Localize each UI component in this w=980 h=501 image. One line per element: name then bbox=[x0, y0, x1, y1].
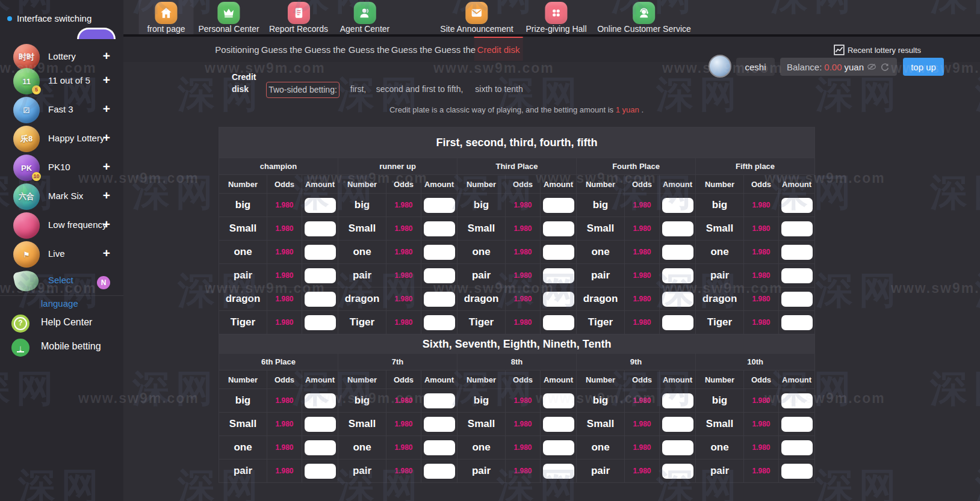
sidebar-item-11-out-of-5[interactable]: 11511 out of 5+ bbox=[0, 67, 123, 96]
bet-amount-input[interactable] bbox=[424, 417, 455, 432]
blue-dot-icon bbox=[7, 16, 12, 21]
bet-amount-input[interactable] bbox=[662, 315, 693, 330]
subtab-positioning-0[interactable]: Positioning bbox=[212, 37, 262, 61]
bet-amount-input[interactable] bbox=[662, 245, 693, 260]
bet-amount-input[interactable] bbox=[305, 417, 336, 432]
subtab-guess-the-5[interactable]: Guess the bbox=[432, 37, 479, 61]
bet-amount-input[interactable] bbox=[424, 315, 455, 330]
bet-amount-input[interactable] bbox=[424, 393, 455, 408]
nav-item-online-customer-service[interactable]: Online Customer Service bbox=[589, 0, 699, 34]
bet-amount-input[interactable] bbox=[543, 245, 574, 260]
subtab-guess-the-1[interactable]: Guess the bbox=[258, 37, 305, 61]
nav-item-personal-center[interactable]: Personal Center bbox=[190, 0, 267, 34]
bet-amount-input[interactable] bbox=[543, 393, 574, 408]
odds-cell: 1.980 bbox=[744, 287, 779, 311]
expand-plus-button[interactable]: + bbox=[103, 160, 110, 173]
bet-amount-input[interactable] bbox=[781, 292, 813, 307]
subtab-guess-the-2[interactable]: Guess the bbox=[302, 37, 349, 61]
column-header-number: Number bbox=[219, 175, 267, 194]
bet-amount-input[interactable] bbox=[662, 440, 693, 455]
bet-amount-input[interactable] bbox=[305, 268, 336, 283]
bet-amount-input[interactable] bbox=[543, 440, 574, 455]
recent-lottery-results-link[interactable]: Recent lottery results bbox=[834, 45, 921, 55]
bet-amount-input[interactable] bbox=[662, 393, 693, 408]
bet-amount-input[interactable] bbox=[781, 417, 813, 432]
bet-amount-input[interactable] bbox=[543, 417, 574, 432]
nav-item-site-announcement[interactable]: Site Announcement bbox=[432, 0, 521, 34]
bet-amount-input[interactable] bbox=[305, 221, 336, 236]
bet-amount-input[interactable] bbox=[424, 292, 455, 307]
bet-amount-input[interactable] bbox=[543, 198, 574, 213]
two-sided-betting-chip[interactable]: Two-sided betting: bbox=[266, 82, 340, 98]
sidebar-item-mark-six[interactable]: 六合Mark Six+ bbox=[0, 182, 123, 211]
bet-amount-input[interactable] bbox=[662, 268, 693, 283]
bet-amount-input[interactable] bbox=[424, 464, 455, 479]
bet-amount-input[interactable] bbox=[781, 393, 813, 408]
bet-option-sixth-to-tenth[interactable]: sixth to tenth bbox=[475, 84, 523, 94]
bet-amount-input[interactable] bbox=[424, 221, 455, 236]
bet-amount-input[interactable] bbox=[781, 315, 813, 330]
sidebar-item-pk10[interactable]: PK10PK10+ bbox=[0, 153, 123, 182]
bet-amount-input[interactable] bbox=[424, 198, 455, 213]
expand-plus-button[interactable]: + bbox=[103, 247, 110, 260]
user-avatar[interactable] bbox=[709, 55, 731, 78]
bet-amount-input[interactable] bbox=[781, 198, 813, 213]
bet-option-first[interactable]: first, bbox=[350, 84, 366, 94]
expand-plus-button[interactable]: + bbox=[103, 218, 110, 231]
bet-amount-input[interactable] bbox=[781, 440, 813, 455]
sidebar-item-select-language[interactable]: Select N bbox=[0, 268, 123, 295]
bet-amount-input[interactable] bbox=[543, 464, 574, 479]
sidebar-item-mobile-betting[interactable]: ↓ Mobile betting bbox=[0, 337, 123, 361]
top-up-button[interactable]: top up bbox=[903, 58, 944, 76]
bet-amount-input[interactable] bbox=[781, 268, 813, 283]
bet-amount-input[interactable] bbox=[781, 221, 813, 236]
subtab-guess-the-3[interactable]: Guess the bbox=[346, 37, 392, 61]
bet-amount-input[interactable] bbox=[781, 245, 813, 260]
bet-amount-input[interactable] bbox=[662, 292, 693, 307]
bet-amount-input[interactable] bbox=[305, 440, 336, 455]
nav-item-agent-center[interactable]: Agent Center bbox=[332, 0, 399, 34]
expand-plus-button[interactable]: + bbox=[103, 73, 110, 87]
bet-amount-input[interactable] bbox=[662, 417, 693, 432]
bet-amount-input[interactable] bbox=[305, 464, 336, 479]
bet-amount-input[interactable] bbox=[305, 393, 336, 408]
expand-plus-button[interactable]: + bbox=[103, 189, 110, 202]
odds-cell: 1.980 bbox=[386, 264, 421, 287]
odds-cell: 1.980 bbox=[267, 413, 302, 436]
bet-amount-input[interactable] bbox=[543, 315, 574, 330]
bet-amount-input[interactable] bbox=[424, 440, 455, 455]
select-language-label-line2[interactable]: language bbox=[41, 298, 78, 309]
expand-plus-button[interactable]: + bbox=[103, 131, 110, 144]
subtab-guess-the-4[interactable]: Guess the bbox=[388, 37, 435, 61]
bet-amount-input[interactable] bbox=[305, 315, 336, 330]
bet-name-cell: Small bbox=[577, 217, 625, 241]
odds-cell: 1.980 bbox=[267, 264, 302, 287]
bet-amount-input[interactable] bbox=[305, 198, 336, 213]
sidebar-item-happy-lottery[interactable]: 乐8Happy Lottery+ bbox=[0, 124, 123, 153]
nav-item-report-records[interactable]: Report Records bbox=[261, 0, 336, 34]
bet-amount-input[interactable] bbox=[424, 245, 455, 260]
bet-amount-input[interactable] bbox=[424, 268, 455, 283]
sidebar-item-fast-3[interactable]: ⚂Fast 3+ bbox=[0, 96, 123, 124]
sidebar-item-help-center[interactable]: ? Help Center bbox=[0, 313, 123, 337]
column-header-amount: Amount bbox=[660, 370, 696, 389]
bet-option-second-to-fifth[interactable]: second and first to fifth, bbox=[376, 84, 464, 94]
bet-amount-input[interactable] bbox=[543, 221, 574, 236]
refresh-icon[interactable] bbox=[879, 61, 890, 72]
sidebar-item-low-frequency[interactable]: Low frequency+ bbox=[0, 211, 123, 240]
bet-amount-input[interactable] bbox=[543, 292, 574, 307]
bet-amount-input[interactable] bbox=[662, 464, 693, 479]
bet-amount-input[interactable] bbox=[662, 198, 693, 213]
expand-plus-button[interactable]: + bbox=[103, 102, 110, 115]
sidebar-item-live[interactable]: ⚑Live+ bbox=[0, 240, 123, 269]
nav-item-front-page[interactable]: front page bbox=[138, 0, 193, 34]
expand-plus-button[interactable]: + bbox=[103, 49, 110, 63]
bet-amount-input[interactable] bbox=[305, 292, 336, 307]
bet-amount-input[interactable] bbox=[781, 464, 813, 479]
bet-amount-input[interactable] bbox=[305, 245, 336, 260]
bet-amount-input[interactable] bbox=[543, 268, 574, 283]
nav-item-prize-giving-hall[interactable]: Prize-giving Hall bbox=[517, 0, 595, 34]
bet-amount-input[interactable] bbox=[662, 221, 693, 236]
eye-off-icon[interactable] bbox=[866, 61, 877, 72]
subtab-credit-disk-6[interactable]: Credit disk bbox=[474, 37, 523, 61]
